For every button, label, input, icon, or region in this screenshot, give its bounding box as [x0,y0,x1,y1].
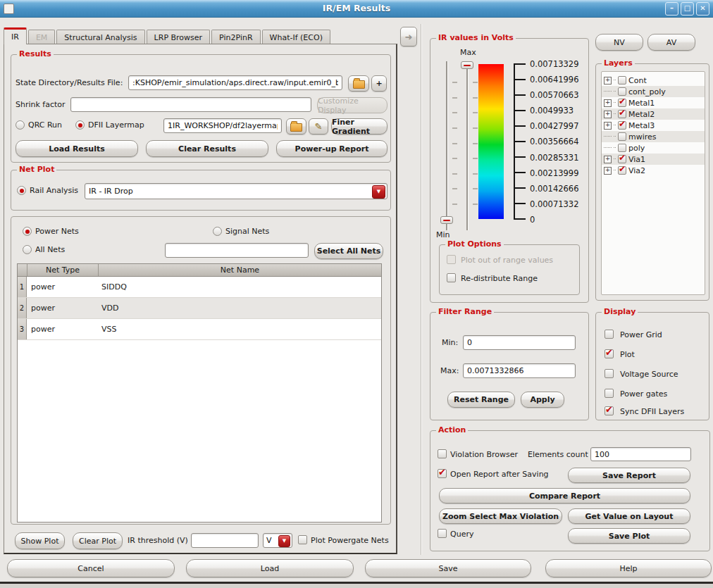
state-file-browse-button[interactable] [348,75,369,92]
table-row[interactable]: 1 power SIDDQ [18,277,381,298]
dropdown-arrow-icon[interactable]: ▼ [372,185,385,199]
layer-label[interactable]: Metal3 [628,121,655,130]
layer-checkbox[interactable] [618,155,626,163]
plot-powergate-checkbox[interactable] [298,535,307,544]
layer-label[interactable]: Via2 [628,166,645,175]
layer-checkbox[interactable] [618,110,626,118]
layer-row-poly[interactable]: poly [602,142,705,154]
layer-label[interactable]: Metal2 [628,110,655,119]
title-bar[interactable]: IR/EM Results – □ ✕ [0,0,713,18]
finer-gradient-button[interactable]: Finer Gradient [331,118,388,135]
tab-structural-analysis[interactable]: Structural Analysis [56,30,144,44]
layermap-input[interactable] [163,118,282,133]
apply-button[interactable]: Apply [521,392,564,408]
layer-label[interactable]: poly [628,144,645,153]
voltage-source-checkbox[interactable] [604,369,614,378]
tab-lrp-browser[interactable]: LRP Browser [147,30,210,44]
dfii-layermap-radio[interactable] [75,120,85,130]
load-button[interactable]: Load [186,559,354,577]
minimize-icon[interactable]: – [665,2,678,15]
save-plot-button[interactable]: Save Plot [568,528,690,544]
layer-label[interactable]: Cont [628,76,647,85]
net-filter-input[interactable] [165,243,309,258]
elements-count-input[interactable] [590,447,691,461]
redistribute-range-checkbox[interactable] [447,273,456,282]
rail-analysis-combo[interactable]: IR - IR Drop ▼ [85,183,388,199]
tree-expander-icon[interactable]: + [604,111,612,118]
save-report-button[interactable]: Save Report [568,468,690,483]
tab-em[interactable]: EM [28,30,55,44]
powerup-report-button[interactable]: Power-up Report [276,140,388,157]
net-type-header[interactable]: Net Type [27,264,99,276]
clear-results-button[interactable]: Clear Results [146,140,268,157]
cancel-button[interactable]: Cancel [7,559,175,577]
layer-checkbox[interactable] [618,121,626,130]
help-button[interactable]: Help [545,559,712,577]
layer-checkbox[interactable] [618,87,626,96]
save-button[interactable]: Save [365,559,531,577]
filter-max-input[interactable] [463,363,576,378]
layer-row-metal1[interactable]: + Metal1 [602,97,705,108]
max-slider-track[interactable] [466,61,468,230]
layer-row-via2[interactable]: + Via2 [602,165,705,176]
layer-row-metal3[interactable]: + Metal3 [602,120,705,131]
layermap-browse-button[interactable] [286,118,306,135]
layer-checkbox[interactable] [618,144,626,152]
layer-checkbox[interactable] [618,132,626,141]
min-slider-track[interactable] [446,61,447,230]
compare-report-button[interactable]: Compare Report [439,488,690,503]
table-row[interactable]: 3 power VSS [18,319,381,340]
layer-row-cont[interactable]: + Cont [602,75,705,86]
av-button[interactable]: AV [647,34,695,51]
tab-pin2pinr[interactable]: Pin2PinR [211,30,260,44]
layer-label[interactable]: Metal1 [628,99,655,108]
table-row[interactable]: 2 power VDD [18,298,381,319]
layer-label[interactable]: cont_poly [628,87,666,96]
shrink-factor-input[interactable] [70,97,311,112]
violation-browser-checkbox[interactable] [438,449,447,458]
query-checkbox[interactable] [438,529,447,538]
all-nets-radio[interactable] [23,245,32,254]
layer-checkbox[interactable] [618,166,626,175]
zoom-select-max-violation-button[interactable]: Zoom Select Max Violation [439,508,562,524]
layer-checkbox[interactable] [618,99,626,107]
layer-label[interactable]: Via1 [628,155,645,164]
signal-nets-radio[interactable] [213,227,222,236]
clear-plot-button[interactable]: Clear Plot [73,532,123,549]
tree-expander-icon[interactable]: + [604,77,612,85]
ir-threshold-input[interactable] [191,533,259,548]
max-slider-handle[interactable] [461,61,473,69]
net-name-header[interactable]: Net Name [99,264,381,276]
filter-min-input[interactable] [463,335,576,350]
sync-dfii-layers-checkbox[interactable] [604,406,614,415]
select-all-nets-button[interactable]: Select All Nets [314,243,383,259]
state-file-input[interactable] [128,75,342,90]
tab-what-if-eco[interactable]: What-If (ECO) [262,30,330,44]
show-plot-button[interactable]: Show Plot [15,532,65,549]
layer-label[interactable]: mwires [628,132,657,142]
power-grid-checkbox[interactable] [604,330,614,339]
tree-expander-icon[interactable]: + [604,122,612,130]
load-results-button[interactable]: Load Results [16,140,138,157]
nv-button[interactable]: NV [595,34,643,51]
layer-checkbox[interactable] [618,76,626,85]
customize-display-button[interactable]: Customize Display [317,97,388,113]
layer-row-cont-poly[interactable]: cont_poly [602,86,705,97]
tree-expander-icon[interactable]: + [604,167,612,175]
layer-row-via1[interactable]: + Via1 [602,154,705,165]
dropdown-arrow-icon[interactable]: ▼ [278,535,290,547]
plot-checkbox[interactable] [604,349,614,358]
min-slider-handle[interactable] [440,216,453,224]
rail-analysis-radio[interactable] [17,186,26,195]
panel-toggle-button[interactable]: ➜ [400,27,417,46]
threshold-unit-combo[interactable]: V ▼ [263,533,292,548]
power-gates-checkbox[interactable] [604,389,614,398]
tree-expander-icon[interactable]: + [604,156,612,163]
add-results-button[interactable]: + [371,75,387,92]
get-value-on-layout-button[interactable]: Get Value on Layout [568,508,690,524]
qrc-run-radio[interactable] [16,120,25,130]
tree-expander-icon[interactable]: + [604,99,612,107]
layermap-edit-button[interactable]: ✎ [309,118,328,135]
open-report-checkbox[interactable] [438,469,447,478]
plot-out-of-range-checkbox[interactable] [447,255,456,264]
